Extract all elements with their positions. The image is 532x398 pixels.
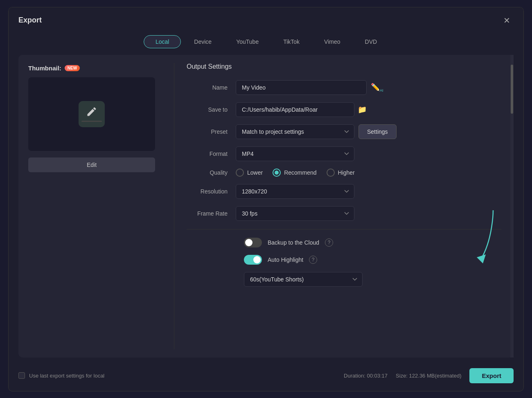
quality-lower-label: Lower — [247, 169, 263, 176]
backup-row: Backup to the Cloud ? — [187, 238, 501, 247]
left-panel: Thumbnail: NEW Edit — [18, 55, 174, 358]
last-settings-row: Use last export settings for local — [18, 372, 104, 379]
name-input[interactable] — [236, 80, 367, 95]
save-to-control: 📁 — [236, 102, 501, 117]
section-divider — [187, 229, 501, 229]
tab-youtube[interactable]: YouTube — [225, 35, 270, 48]
quality-recommend-radio[interactable] — [273, 169, 281, 177]
preset-select[interactable]: Match to project settings — [236, 124, 354, 139]
frame-rate-select[interactable]: 30 fps — [236, 206, 354, 221]
scrollbar-track[interactable] — [510, 55, 514, 358]
format-label: Format — [187, 151, 236, 157]
quality-lower-radio[interactable] — [236, 169, 244, 177]
bottom-right: Duration: 00:03:17 Size: 122.36 MB(estim… — [344, 368, 514, 383]
tab-device[interactable]: Device — [183, 35, 223, 48]
tab-vimeo[interactable]: Vimeo — [313, 35, 352, 48]
preset-row: Preset Match to project settings Setting… — [187, 124, 501, 139]
ai-icon[interactable]: ✏️AI — [371, 83, 383, 92]
tab-tiktok[interactable]: TikTok — [272, 35, 311, 48]
folder-icon[interactable]: 📁 — [358, 105, 367, 114]
quality-higher-radio[interactable] — [327, 169, 335, 177]
bottom-bar: Use last export settings for local Durat… — [9, 362, 523, 390]
tab-dvd[interactable]: DVD — [354, 35, 389, 48]
dialog-header: Export ✕ — [9, 7, 523, 32]
auto-highlight-label: Auto Highlight — [268, 256, 303, 263]
name-row: Name ✏️AI — [187, 80, 501, 95]
close-button[interactable]: ✕ — [500, 14, 514, 27]
save-to-input[interactable] — [236, 102, 354, 117]
thumbnail-icon-box — [79, 101, 105, 127]
quality-row: Quality Lower Recommend — [187, 169, 501, 177]
quality-recommend-label: Recommend — [284, 169, 316, 176]
main-content: Thumbnail: NEW Edit Output Settings Name — [18, 55, 514, 358]
auto-highlight-toggle[interactable] — [244, 255, 262, 265]
format-control: MP4 — [236, 146, 501, 161]
quality-higher-label: Higher — [338, 169, 355, 176]
backup-help-icon[interactable]: ? — [325, 238, 333, 247]
output-settings-title: Output Settings — [187, 63, 501, 70]
new-badge: NEW — [65, 65, 80, 71]
export-button[interactable]: Export — [469, 368, 514, 383]
quality-higher-option[interactable]: Higher — [327, 169, 355, 177]
frame-rate-row: Frame Rate 30 fps — [187, 206, 501, 221]
thumbnail-preview — [28, 77, 155, 151]
auto-highlight-help-icon[interactable]: ? — [309, 256, 317, 264]
highlight-duration-row: 60s(YouTube Shorts) — [187, 272, 501, 287]
name-label: Name — [187, 84, 236, 91]
edit-button[interactable]: Edit — [28, 157, 155, 172]
preset-control: Match to project settings Settings — [236, 124, 501, 139]
backup-label: Backup to the Cloud — [268, 239, 319, 246]
right-panel: Output Settings Name ✏️AI Save to 📁 Pr — [174, 55, 514, 358]
format-select[interactable]: MP4 — [236, 146, 354, 161]
quality-recommend-option[interactable]: Recommend — [273, 169, 316, 177]
thumbnail-label: Thumbnail: NEW — [28, 65, 164, 72]
thumbnail-text: Thumbnail: — [28, 65, 61, 72]
edit-pencil-icon — [86, 106, 97, 117]
radio-inner-dot — [275, 171, 279, 175]
last-settings-checkbox[interactable] — [18, 372, 25, 379]
highlight-duration-select[interactable]: 60s(YouTube Shorts) — [244, 272, 363, 287]
frame-rate-control: 30 fps — [236, 206, 501, 221]
resolution-row: Resolution 1280x720 — [187, 184, 501, 199]
settings-button[interactable]: Settings — [358, 124, 397, 139]
duration-text: Duration: 00:03:17 — [344, 373, 388, 379]
quality-lower-option[interactable]: Lower — [236, 169, 263, 177]
thumbnail-line — [81, 121, 102, 122]
preset-label: Preset — [187, 128, 236, 135]
size-text: Size: 122.36 MB(estimated) — [396, 373, 461, 379]
export-dialog: Export ✕ Local Device YouTube TikTok Vim… — [8, 7, 524, 391]
tabs-bar: Local Device YouTube TikTok Vimeo DVD — [9, 32, 523, 55]
backup-toggle[interactable] — [244, 238, 262, 247]
resolution-select[interactable]: 1280x720 — [236, 184, 354, 199]
quality-control: Lower Recommend Higher — [236, 169, 501, 177]
resolution-control: 1280x720 — [236, 184, 501, 199]
quality-label: Quality — [187, 169, 236, 176]
save-to-label: Save to — [187, 106, 236, 113]
frame-rate-label: Frame Rate — [187, 210, 236, 217]
toggle-knob-backup — [245, 239, 252, 246]
scrollbar-thumb[interactable] — [511, 65, 513, 114]
resolution-label: Resolution — [187, 188, 236, 195]
toggle-knob-highlight — [253, 256, 261, 263]
dialog-title: Export — [18, 16, 42, 25]
format-row: Format MP4 — [187, 146, 501, 161]
save-to-row: Save to 📁 — [187, 102, 501, 117]
last-settings-label: Use last export settings for local — [29, 373, 104, 379]
tab-local[interactable]: Local — [144, 35, 181, 48]
auto-highlight-row: Auto Highlight ? — [187, 255, 501, 265]
name-control: ✏️AI — [236, 80, 501, 95]
